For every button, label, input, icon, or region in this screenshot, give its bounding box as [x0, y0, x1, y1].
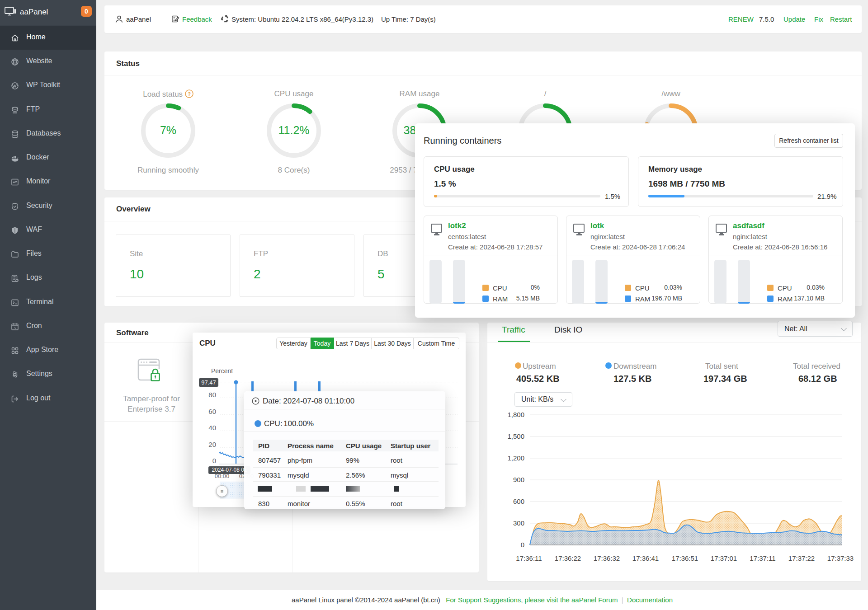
svg-text:600: 600 [513, 497, 524, 505]
svg-text:17:36:41: 17:36:41 [632, 554, 659, 562]
svg-text:900: 900 [513, 476, 524, 483]
svg-text:300: 300 [513, 519, 524, 527]
svg-text:?: ? [188, 91, 191, 97]
svg-text:17:36:51: 17:36:51 [672, 554, 698, 562]
svg-text:60: 60 [208, 408, 216, 415]
svg-text:1,800: 1,800 [507, 411, 524, 418]
svg-text:1,200: 1,200 [507, 454, 524, 462]
svg-text:0: 0 [521, 541, 524, 549]
svg-text:17:37:22: 17:37:22 [788, 554, 815, 562]
svg-text:17:37:33: 17:37:33 [827, 554, 854, 562]
svg-text:80: 80 [208, 391, 216, 399]
svg-text:1,500: 1,500 [507, 432, 524, 440]
svg-text:17:37:11: 17:37:11 [750, 554, 775, 562]
svg-text:17:36:22: 17:36:22 [555, 554, 581, 562]
svg-text:20: 20 [208, 441, 216, 448]
svg-text:0: 0 [212, 457, 216, 465]
svg-text:17:36:32: 17:36:32 [594, 554, 620, 562]
svg-text:17:37:01: 17:37:01 [711, 554, 737, 562]
svg-text:40: 40 [208, 424, 216, 432]
svg-text:17:36:11: 17:36:11 [516, 554, 542, 562]
